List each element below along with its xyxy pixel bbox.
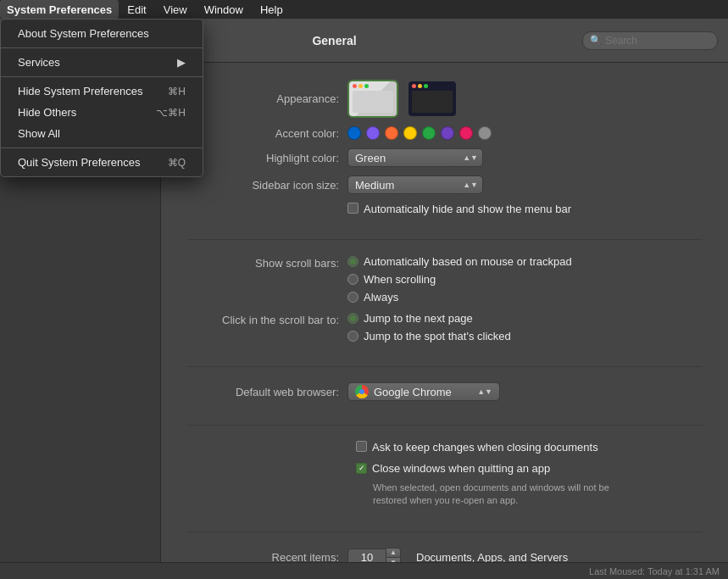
traffic-yellow-dark — [418, 84, 422, 88]
jump-page-radio[interactable] — [347, 313, 358, 324]
dropdown-menu: About System Preferences Services ▶ Hide… — [0, 19, 203, 177]
appearance-dark-button[interactable] — [407, 80, 458, 118]
help-menu[interactable]: Help — [252, 0, 292, 19]
apple-menu-label: System Preferences — [7, 3, 112, 16]
prefs-content: Appearance: — [161, 63, 728, 562]
color-yellow[interactable] — [403, 126, 417, 140]
traffic-red-dark — [412, 84, 416, 88]
auto-hide-label: Automatically hide and show the menu bar — [364, 203, 571, 215]
search-icon: 🔍 — [590, 35, 602, 46]
menu-item-services-label: Services — [18, 56, 60, 69]
ask-changes-checkbox[interactable] — [356, 441, 367, 452]
color-orange[interactable] — [385, 126, 398, 140]
scroll-always-label: Always — [364, 291, 398, 303]
appearance-options — [347, 80, 458, 118]
recent-items-suffix: Documents, Apps, and Servers — [416, 551, 568, 562]
menu-divider-3 — [1, 148, 203, 148]
search-box[interactable]: 🔍 — [582, 31, 718, 50]
scroll-always-row: Always — [347, 291, 572, 303]
window-menu[interactable]: Window — [196, 0, 252, 19]
menu-item-hide-others[interactable]: Hide Others ⌥⌘H — [1, 102, 203, 123]
jump-spot-radio[interactable] — [347, 331, 358, 342]
scroll-bars-label: Show scroll bars: — [186, 255, 339, 270]
highlight-color-select[interactable]: Green Blue Purple Pink — [347, 148, 483, 167]
sidebar-icon-size-row: Sidebar icon size: Medium Small Large ▲▼ — [186, 175, 703, 194]
ask-changes-row: Ask to keep changes when closing documen… — [356, 441, 703, 454]
close-windows-check-row: Close windows when quitting an app When … — [356, 462, 644, 508]
menu-divider-1 — [1, 47, 203, 48]
traffic-green — [364, 84, 369, 88]
scroll-auto-label: Automatically based on mouse or trackpad — [364, 255, 572, 268]
appearance-row: Appearance: — [186, 80, 703, 118]
close-windows-checkbox[interactable] — [356, 463, 367, 474]
auto-hide-checkbox[interactable] — [347, 203, 358, 214]
scroll-auto-radio[interactable] — [347, 256, 358, 267]
menu-item-about-label: About System Preferences — [18, 27, 149, 40]
jump-spot-label: Jump to the spot that's clicked — [364, 330, 511, 342]
services-submenu-arrow: ▶ — [177, 56, 186, 69]
appearance-label: Appearance: — [186, 92, 339, 105]
browser-arrow: ▲▼ — [477, 387, 492, 396]
color-pink[interactable] — [459, 126, 473, 140]
jump-page-row: Jump to the next page — [347, 312, 511, 325]
scroll-click-label: Click in the scroll bar to: — [186, 312, 339, 326]
scroll-scrolling-radio[interactable] — [347, 274, 358, 285]
browser-label: Default web browser: — [186, 386, 339, 398]
traffic-red — [353, 84, 357, 88]
menu-item-about[interactable]: About System Preferences — [1, 23, 203, 44]
browser-select-wrapper: Google Chrome ▲▼ — [347, 382, 500, 401]
close-windows-subtext: When selected, open documents and window… — [373, 482, 644, 508]
window-menu-label: Window — [204, 3, 243, 16]
sidebar-icon-size-select[interactable]: Medium Small Large — [347, 175, 483, 194]
color-purple[interactable] — [366, 126, 380, 140]
recent-items-stepper: ▲ ▼ — [347, 548, 401, 562]
menu-item-hide-others-label: Hide Others — [18, 106, 76, 119]
menu-item-hide-shortcut: ⌘H — [168, 86, 186, 97]
scroll-bars-section: Show scroll bars: Automatically based on… — [186, 255, 703, 367]
search-input[interactable] — [605, 35, 710, 47]
view-menu[interactable]: View — [155, 0, 196, 19]
menu-item-quit-label: Quit System Preferences — [18, 156, 141, 169]
menu-item-quit-shortcut: ⌘Q — [168, 157, 186, 169]
color-graphite[interactable] — [478, 126, 492, 140]
help-menu-label: Help — [260, 3, 283, 16]
menu-item-show-all[interactable]: Show All — [1, 123, 203, 144]
accent-color-label: Accent color: — [186, 127, 339, 140]
recent-items-input[interactable] — [347, 548, 386, 562]
browser-value: Google Chrome — [374, 386, 472, 398]
documents-section: Ask to keep changes when closing documen… — [186, 441, 703, 532]
scroll-always-radio[interactable] — [347, 292, 358, 303]
scroll-scrolling-row: When scrolling — [347, 273, 572, 286]
browser-section: Default web browser: Google Chrome ▲▼ — [186, 382, 703, 426]
edit-menu[interactable]: Edit — [119, 0, 154, 19]
apple-menu[interactable]: System Preferences — [0, 0, 119, 19]
bottom-bar-text: Last Moused: Today at 1:31 AM — [589, 566, 720, 576]
menu-item-hide[interactable]: Hide System Preferences ⌘H — [1, 81, 203, 102]
menu-item-services[interactable]: Services ▶ — [1, 52, 203, 73]
accent-color-row: Accent color: — [186, 126, 703, 140]
view-menu-label: View — [164, 3, 187, 16]
menu-item-hide-label: Hide System Preferences — [18, 85, 142, 97]
color-violet[interactable] — [441, 126, 454, 140]
edit-menu-label: Edit — [127, 3, 146, 16]
color-blue[interactable] — [347, 126, 361, 140]
auto-hide-row: Automatically hide and show the menu bar — [347, 203, 703, 215]
highlight-color-label: Highlight color: — [186, 152, 339, 164]
appearance-light-button[interactable] — [347, 80, 398, 118]
menu-divider-2 — [1, 76, 203, 77]
scroll-auto-row: Automatically based on mouse or trackpad — [347, 255, 572, 268]
menu-item-quit[interactable]: Quit System Preferences ⌘Q — [1, 152, 203, 173]
highlight-color-select-wrapper: Green Blue Purple Pink ▲▼ — [347, 148, 483, 167]
color-green[interactable] — [422, 126, 436, 140]
appearance-section: Appearance: — [186, 80, 703, 240]
recent-items-row: Recent items: ▲ ▼ Documents, Apps, and S… — [186, 548, 703, 562]
browser-select-display[interactable]: Google Chrome ▲▼ — [347, 382, 500, 401]
scroll-scrolling-label: When scrolling — [364, 273, 436, 286]
scroll-click-radio-group: Jump to the next page Jump to the spot t… — [347, 312, 511, 342]
menu-item-hide-others-shortcut: ⌥⌘H — [156, 107, 186, 119]
stepper-up[interactable]: ▲ — [386, 548, 400, 558]
highlight-color-row: Highlight color: Green Blue Purple Pink … — [186, 148, 703, 167]
ask-changes-check-row: Ask to keep changes when closing documen… — [356, 441, 598, 454]
ask-changes-label: Ask to keep changes when closing documen… — [372, 441, 598, 454]
sidebar-icon-size-select-wrapper: Medium Small Large ▲▼ — [347, 175, 483, 194]
